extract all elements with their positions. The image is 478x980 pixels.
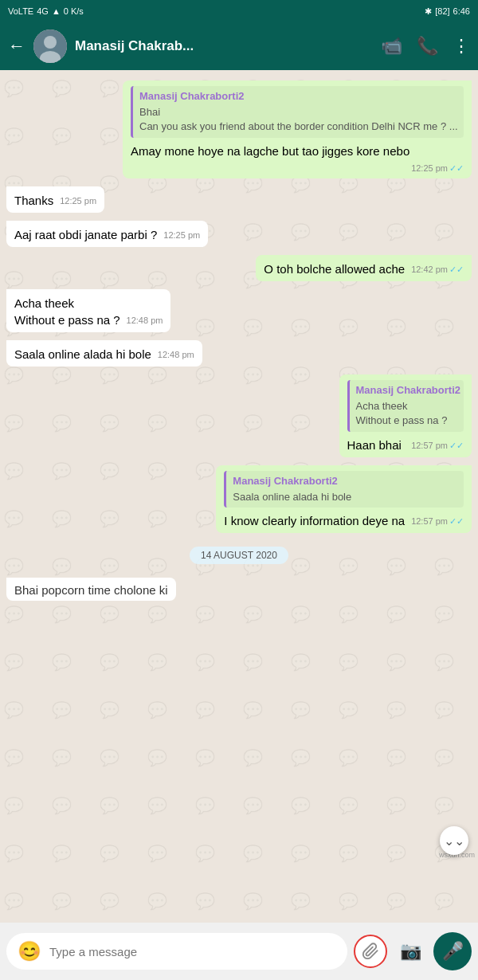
- message-bubble: Thanks 12:25 pm: [6, 186, 104, 213]
- quote-block: Manasij Chakraborti2 Acha theekWithout e…: [347, 380, 464, 432]
- message-time: 12:25 pm: [60, 195, 96, 207]
- contact-info[interactable]: Manasij Chakrab...: [75, 38, 373, 54]
- date-badge: 14 AUGUST 2020: [190, 547, 288, 564]
- message-bubble: Manasij Chakraborti2 Saala online alada …: [216, 465, 472, 533]
- time-label: 6:46: [453, 6, 470, 16]
- status-right: ✱ [82] 6:46: [425, 6, 470, 17]
- quote-author: Manasij Chakraborti2: [356, 383, 461, 398]
- message-row: Thanks 12:25 pm: [6, 186, 472, 213]
- message-time: 12:25 pm: [163, 229, 200, 241]
- message-time: 12:57 pm✓✓: [411, 440, 464, 452]
- message-time: 12:42 pm✓✓: [411, 264, 464, 276]
- quote-text: Acha theekWithout e pass na ?: [356, 399, 461, 428]
- message-text: Haan bhai: [347, 438, 402, 452]
- status-left: VoLTE 4G ▲ 0 K/s: [8, 6, 84, 16]
- message-text: Amay mone hoye na lagche but tao jigges …: [131, 144, 409, 158]
- message-text: Acha theekWithout e pass na ?: [14, 296, 120, 327]
- message-bubble: Manasij Chakraborti2 Acha theekWithout e…: [339, 374, 472, 457]
- message-row: Manasij Chakraborti2 BhaiCan you ask you…: [6, 80, 472, 178]
- menu-icon[interactable]: ⋮: [453, 36, 470, 57]
- message-row: Acha theekWithout e pass na ? 12:48 pm: [6, 289, 472, 332]
- battery-label: [82]: [435, 6, 449, 16]
- quote-block: Manasij Chakraborti2 BhaiCan you ask you…: [131, 86, 464, 138]
- message-time: 12:57 pm✓✓: [411, 515, 464, 527]
- message-bubble: Manasij Chakraborti2 BhaiCan you ask you…: [123, 80, 472, 178]
- message-bubble: O toh bolche allowed ache 12:42 pm✓✓: [256, 255, 472, 281]
- mic-icon: 🎤: [442, 941, 464, 962]
- chat-area: Manasij Chakraborti2 BhaiCan you ask you…: [0, 70, 478, 923]
- camera-button[interactable]: 📷: [394, 935, 427, 968]
- message-row: Manasij Chakraborti2 Acha theekWithout e…: [6, 374, 472, 457]
- status-bar: VoLTE 4G ▲ 0 K/s ✱ [82] 6:46: [0, 0, 478, 22]
- message-time: 12:25 pm✓✓: [411, 163, 464, 174]
- camera-icon: 📷: [400, 941, 421, 962]
- message-text: Saala online alada hi bole: [14, 347, 151, 361]
- svg-point-1: [44, 36, 57, 49]
- message-input-area[interactable]: 😊: [6, 933, 347, 970]
- message-tick: ✓✓: [449, 516, 464, 526]
- data-speed: 0 K/s: [64, 6, 84, 16]
- message-text: Thanks: [14, 194, 53, 207]
- voice-call-icon[interactable]: 📞: [417, 36, 438, 57]
- message-text: I know clearly information deye na: [224, 514, 405, 527]
- quote-author: Manasij Chakraborti2: [233, 474, 460, 488]
- signal-label: 4G: [37, 6, 49, 16]
- header-action-icons: 📹 📞 ⋮: [381, 36, 470, 57]
- quote-text: BhaiCan you ask you friend about the bor…: [139, 105, 460, 134]
- message-row: Manasij Chakraborti2 Saala online alada …: [6, 465, 472, 533]
- message-bubble: Saala online alada hi bole 12:48 pm: [6, 340, 202, 367]
- partial-text: Bhai popcorn time cholone ki: [14, 583, 168, 597]
- chat-header: ← Manasij Chakrab... 📹 📞 ⋮: [0, 22, 478, 70]
- partial-bubble: Bhai popcorn time cholone ki: [6, 578, 176, 601]
- wifi-icon: ▲: [52, 6, 61, 16]
- message-text: O toh bolche allowed ache: [264, 262, 405, 276]
- avatar-image: [33, 29, 67, 63]
- quote-text: Saala online alada hi bole: [233, 490, 460, 504]
- partial-message-row: Bhai popcorn time cholone ki: [6, 578, 472, 601]
- emoji-button[interactable]: 😊: [18, 940, 41, 962]
- attachment-button[interactable]: [354, 935, 387, 968]
- bottom-bar: 😊 📷 🎤: [0, 923, 478, 980]
- bluetooth-icon: ✱: [425, 6, 432, 17]
- message-row: Aaj raat obdi janate parbi ? 12:25 pm: [6, 221, 472, 247]
- back-button[interactable]: ←: [8, 36, 25, 57]
- message-row: O toh bolche allowed ache 12:42 pm✓✓: [6, 255, 472, 281]
- quote-author: Manasij Chakraborti2: [139, 89, 460, 104]
- contact-name: Manasij Chakrab...: [75, 38, 373, 54]
- message-row: Saala online alada hi bole 12:48 pm: [6, 340, 472, 367]
- message-bubble: Aaj raat obdi janate parbi ? 12:25 pm: [6, 221, 208, 247]
- scroll-down-button[interactable]: ⌄⌄: [440, 826, 468, 855]
- carrier-label: VoLTE: [8, 6, 33, 16]
- mic-button[interactable]: 🎤: [433, 932, 472, 970]
- message-tick: ✓✓: [449, 265, 464, 274]
- message-text: Aaj raat obdi janate parbi ?: [14, 228, 157, 241]
- message-time: 12:48 pm: [158, 349, 194, 361]
- video-call-icon[interactable]: 📹: [381, 36, 402, 57]
- message-tick: ✓✓: [449, 441, 464, 450]
- message-time: 12:48 pm: [127, 315, 163, 327]
- quote-block: Manasij Chakraborti2 Saala online alada …: [224, 471, 464, 508]
- message-bubble: Acha theekWithout e pass na ? 12:48 pm: [6, 289, 170, 332]
- date-badge-row: 14 AUGUST 2020: [6, 547, 472, 564]
- message-tick: ✓✓: [449, 163, 464, 173]
- contact-avatar[interactable]: [33, 29, 67, 63]
- scroll-down-icon: ⌄⌄: [444, 833, 464, 849]
- message-input[interactable]: [49, 945, 336, 958]
